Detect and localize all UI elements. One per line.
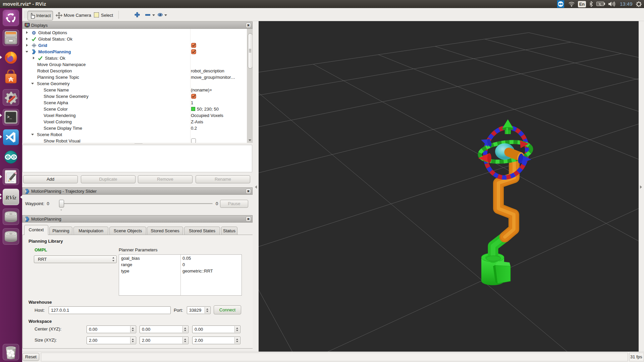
svg-text:>_: >_ [7,115,12,120]
svg-text:A: A [9,76,13,83]
svg-text:RViz: RViz [5,194,16,201]
